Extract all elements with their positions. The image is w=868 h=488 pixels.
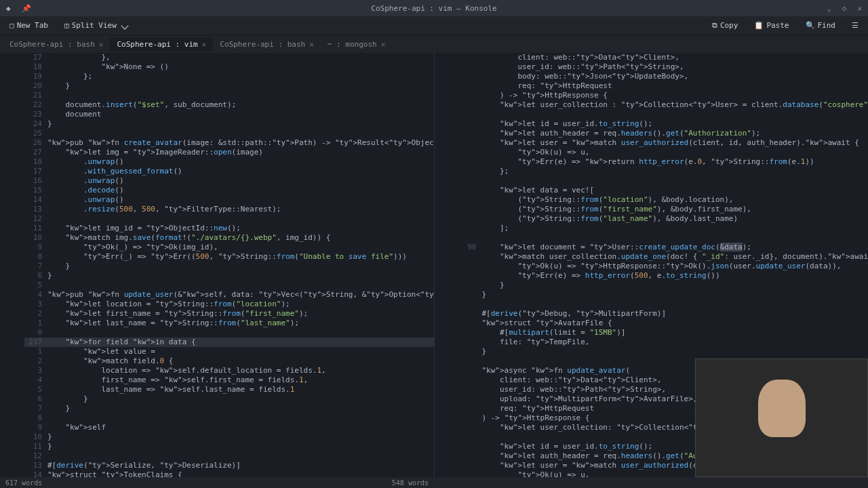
code-text: } xyxy=(47,81,70,90)
code-line: 7 } xyxy=(24,262,434,271)
code-line: 9 "kw">self xyxy=(24,423,434,432)
code-line: 21 xyxy=(24,91,434,100)
line-number: 11 xyxy=(24,442,42,451)
line-number: 10 xyxy=(24,233,42,243)
copy-button[interactable]: ⧉ Copy xyxy=(708,20,743,31)
code-text: "kw">struct "ty">TokenClaims { xyxy=(47,470,182,477)
tab-close-icon[interactable]: ✕ xyxy=(202,40,207,49)
find-label: Find xyxy=(818,21,836,30)
tab-close-icon[interactable]: ✕ xyxy=(99,40,104,49)
code-line xyxy=(459,176,869,186)
code-text: client: web::"ty">Data<"ty">Client>, xyxy=(482,53,679,62)
code-text: }; xyxy=(482,167,509,176)
app-menu-icon[interactable]: ◆ xyxy=(3,4,14,13)
minimize-icon[interactable]: ⌄ xyxy=(824,4,834,13)
code-line xyxy=(459,300,869,309)
line-number: 17 xyxy=(24,53,42,62)
line-number: 8 xyxy=(24,413,42,423)
code-line: ) -> "ty">HttpResponse { xyxy=(459,91,869,100)
code-text: "kw">let user_collection : "ty">Collecti… xyxy=(482,100,869,109)
tab-3[interactable]: ~ : mongosh✕ xyxy=(321,37,392,52)
code-text: } xyxy=(482,290,487,299)
paste-button[interactable]: 📋 Paste xyxy=(750,20,793,31)
menu-button[interactable]: ☰ xyxy=(848,20,863,31)
code-text: ]; xyxy=(482,224,509,232)
code-text: document xyxy=(47,110,101,119)
code-text: .unwrap() xyxy=(47,157,124,166)
line-number: 9 xyxy=(24,423,42,432)
line-number: 13 xyxy=(24,461,42,470)
chevron-down-icon xyxy=(121,22,128,29)
code-text: file: "ty">TempFile, xyxy=(482,338,590,346)
line-number: 2 xyxy=(24,357,42,366)
line-number: 1 xyxy=(24,319,42,328)
line-number: 20 xyxy=(24,81,42,91)
code-line: 4"kw">pub "kw">fn update_user(&"kw">self… xyxy=(24,290,434,300)
code-line: 11} xyxy=(24,442,434,451)
code-line: 24} xyxy=(24,119,434,129)
code-line: "ty">Ok(u) => u, xyxy=(459,148,869,157)
code-line: file: "ty">TempFile, xyxy=(459,338,869,347)
code-line: "kw">let id = user_id.to_string(); xyxy=(459,119,869,129)
code-text: "kw">pub "kw">fn update_user(&"kw">self,… xyxy=(47,290,434,299)
code-line: 4 first_name => "kw">self.first_name = f… xyxy=(24,375,434,385)
tab-close-icon[interactable]: ✕ xyxy=(309,40,314,49)
tab-label: CoSphere-api : bash xyxy=(220,40,305,49)
code-line: 10} xyxy=(24,432,434,442)
code-text: "kw">let value = xyxy=(47,347,160,356)
close-icon[interactable]: ✕ xyxy=(854,4,865,13)
tab-close-icon[interactable]: ✕ xyxy=(381,40,386,49)
code-text: last_name => "kw">self.last_name = field… xyxy=(47,385,294,394)
code-text: "kw">let first_name = "ty">String::from(… xyxy=(47,309,308,318)
code-line: 20 } xyxy=(24,81,434,91)
code-text: client: web::"ty">Data<"ty">Client>, xyxy=(482,375,662,384)
tab-1[interactable]: CoSphere-api : vim✕ xyxy=(110,37,213,52)
code-text: } xyxy=(47,404,70,413)
code-line: "kw">match user_collection.update_one(do… xyxy=(459,252,869,262)
line-number: 5 xyxy=(24,385,42,394)
code-text: #[derive("ty">Debug, "ty">MultipartForm)… xyxy=(482,309,667,318)
code-line: 3 "kw">let location = "ty">String::from(… xyxy=(24,300,434,309)
line-number: 8 xyxy=(24,252,42,262)
split-view-button[interactable]: ◫ Split View xyxy=(60,20,132,31)
code-text: "kw">match user_collection.update_one(do… xyxy=(482,252,869,261)
code-text: "kw">for field "kw">in data { xyxy=(47,338,196,346)
code-line: 8 "ty">Err(_) => "ty">Err((500, "ty">Str… xyxy=(24,252,434,262)
paste-label: Paste xyxy=(766,21,789,30)
code-text: }; xyxy=(47,72,92,81)
tab-label: CoSphere-api : vim xyxy=(117,40,197,49)
line-number: 2 xyxy=(24,309,42,319)
line-number: 26 xyxy=(24,138,42,148)
code-line xyxy=(459,233,869,243)
code-text: "kw">let id = user_id.to_string(); xyxy=(482,442,653,451)
line-number: 23 xyxy=(24,110,42,119)
code-line: "kw">let auth_header = req.headers().get… xyxy=(459,129,869,138)
tab-2[interactable]: CoSphere-api : bash✕ xyxy=(213,37,320,52)
find-button[interactable]: 🔍 Find xyxy=(802,20,840,31)
code-line: "ty">Ok(u) => "ty">HttpResponse::"ty">Ok… xyxy=(459,262,869,271)
new-tab-button[interactable]: ▢ New Tab xyxy=(5,20,52,31)
line-number: 3 xyxy=(24,366,42,375)
line-number: 25 xyxy=(24,129,42,138)
line-number: 90 xyxy=(459,243,477,252)
code-line: req: "ty">HttpRequest xyxy=(459,81,869,91)
code-text: } xyxy=(482,281,505,289)
pin-icon[interactable]: 📌 xyxy=(19,4,34,13)
code-text: } xyxy=(47,262,70,270)
maximize-icon[interactable]: ◇ xyxy=(840,4,850,13)
line-number: 237 xyxy=(24,338,42,347)
code-line: "kw">let data = vec![ xyxy=(459,186,869,195)
code-line: 6} xyxy=(24,271,434,281)
line-number: 7 xyxy=(24,404,42,413)
left-pane[interactable]: 17 },18 "kw">None => ()19 };20 }2122 doc… xyxy=(0,53,434,477)
code-text: } xyxy=(47,271,52,280)
code-line: } xyxy=(459,347,869,357)
code-line: "ty">Err(e) => "kw">return http_error(e.… xyxy=(459,157,869,167)
tab-0[interactable]: CoSphere-api : bash✕ xyxy=(3,37,110,52)
code-text: user_id: web::"ty">Path<"ty">String>, xyxy=(482,62,684,71)
code-text: } xyxy=(47,119,52,128)
code-text: "kw">let user = "kw">match user_authoriz… xyxy=(482,138,859,147)
code-line: ("ty">String::from("first_name"), &body.… xyxy=(459,205,869,214)
code-text: location => "kw">self.default_location =… xyxy=(47,366,326,375)
line-number: 0 xyxy=(24,328,42,338)
